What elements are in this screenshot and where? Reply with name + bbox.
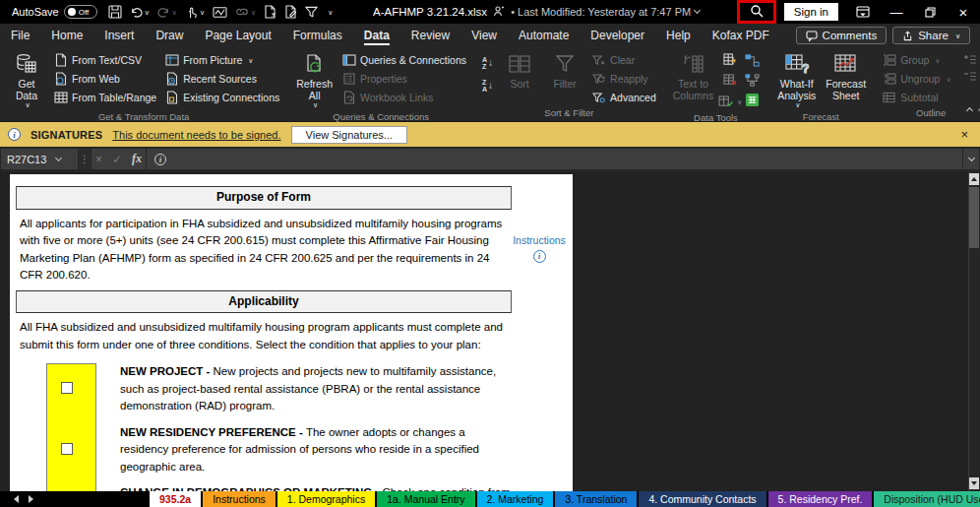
comments-button[interactable]: Comments — [796, 27, 888, 44]
tab-draw[interactable]: Draw — [145, 26, 194, 46]
sheet-nav-left-icon[interactable] — [14, 495, 19, 503]
share-button[interactable]: Share ∨ — [892, 27, 970, 44]
tab-developer[interactable]: Developer — [580, 26, 655, 46]
scroll-up-icon[interactable] — [969, 173, 979, 185]
tab-file[interactable]: File — [0, 26, 40, 46]
signatures-message-link[interactable]: This document needs to be signed. — [112, 129, 280, 141]
minimize-button[interactable]: — — [880, 0, 913, 24]
get-data-button[interactable]: Get Data∨ — [5, 50, 48, 110]
formula-bar-handle[interactable]: ⋮ — [79, 149, 91, 169]
tab-formulas[interactable]: Formulas — [282, 26, 353, 46]
title-bar: AutoSave Off ∨ ∨ ∨ — [0, 0, 980, 24]
sheet-tab-instructions[interactable]: Instructions — [203, 491, 276, 507]
touch-dropdown-icon[interactable]: ∨ — [200, 9, 205, 16]
tab-review[interactable]: Review — [400, 26, 460, 46]
search-icon[interactable] — [750, 4, 764, 20]
document-filename: A-AFHMP 3.21.24.xlsx — [373, 6, 487, 18]
qat-overflow-icon[interactable]: ∨ — [323, 7, 336, 18]
undo-dropdown-icon[interactable]: ∨ — [145, 9, 150, 16]
tab-data[interactable]: Data — [353, 26, 400, 46]
name-box-dropdown-icon[interactable] — [55, 154, 62, 160]
sheet-tab-marketing[interactable]: 2. Marketing — [477, 491, 554, 507]
sheet-tab-community-contacts[interactable]: 4. Community Contacts — [639, 491, 766, 507]
sheet-tab-935-2a[interactable]: 935.2a — [150, 491, 201, 507]
from-table-range-button[interactable]: From Table/Range — [50, 89, 159, 106]
close-button[interactable]: × — [947, 0, 980, 24]
autosave-switch-icon[interactable]: Off — [64, 5, 97, 19]
sheet-nav-right-icon[interactable] — [29, 495, 33, 503]
tab-insert[interactable]: Insert — [93, 26, 145, 46]
tab-page-layout[interactable]: Page Layout — [194, 26, 281, 46]
remove-duplicates-icon[interactable] — [723, 73, 738, 91]
undo-button[interactable]: ∨ — [127, 4, 153, 21]
sheet-tab-residency-pref[interactable]: 5. Residency Pref. — [768, 491, 873, 507]
sheet-tab-translation[interactable]: 3. Translation — [555, 491, 637, 507]
data-validation-icon[interactable]: ∨ — [718, 95, 742, 108]
new-residency-preference-checkbox[interactable] — [61, 443, 73, 455]
flash-fill-icon[interactable] — [723, 53, 738, 72]
delete-sheet-icon[interactable] — [261, 3, 279, 21]
save-icon[interactable] — [105, 3, 125, 21]
existing-connections-button[interactable]: Existing Connections — [161, 89, 282, 106]
formula-input[interactable]: i — [147, 149, 962, 169]
forecast-sheet-button[interactable]: Forecast Sheet — [823, 50, 869, 103]
name-box[interactable]: R27C13 — [1, 149, 78, 169]
scroll-down-icon[interactable] — [969, 477, 979, 489]
condition-new-residency-preference: NEW RESIDENCY PREFERENCE - The owner ado… — [120, 424, 516, 476]
edit-sheet-icon[interactable] — [281, 3, 300, 21]
from-text-csv-button[interactable]: From Text/CSV — [50, 51, 159, 69]
collapse-ribbon-icon[interactable] — [967, 99, 972, 117]
sort-ascending-button[interactable]: AZ↓ — [479, 54, 496, 71]
autosave-toggle[interactable]: AutoSave Off — [0, 5, 105, 19]
vertical-scrollbar-thumb[interactable] — [969, 187, 979, 248]
group-label-sort-filter: Sort & Filter — [474, 106, 664, 121]
formula-bar: R27C13 ⋮ × ✓ fx i — [0, 147, 980, 172]
svg-text:?: ? — [802, 62, 809, 76]
group-sort-filter: AZ↓ ZA↓ Sort Filter — [474, 47, 664, 121]
signatures-close-icon[interactable]: × — [956, 127, 972, 142]
recent-sources-button[interactable]: Recent Sources — [161, 70, 282, 88]
sheet-tab-manual-entry[interactable]: 1a. Manual Entry — [377, 491, 474, 507]
new-project-checkbox[interactable] — [61, 382, 73, 394]
sort-descending-button[interactable]: ZA↓ — [479, 77, 496, 94]
tab-view[interactable]: View — [460, 26, 508, 46]
filter-button: Filter — [543, 50, 586, 92]
group-outline: Group ∨ Ungroup ∨ Subtotal — [874, 47, 980, 121]
vertical-scrollbar[interactable] — [968, 172, 980, 491]
excel-window: AutoSave Off ∨ ∨ ∨ — [0, 0, 980, 507]
refresh-all-button[interactable]: Refresh All∨ — [292, 50, 337, 110]
from-picture-button[interactable]: From Picture ∨ — [161, 51, 282, 69]
sheet-tab-disposition[interactable]: Disposition (HUD Use Only) — [874, 491, 980, 507]
sheet-tab-demographics[interactable]: 1. Demographics — [277, 491, 375, 507]
last-modified[interactable]: • Last Modified: Yesterday at 7:47 PM — [511, 6, 700, 18]
ribbon-display-options-icon[interactable] — [846, 0, 880, 24]
tab-kofax-pdf[interactable]: Kofax PDF — [702, 26, 780, 46]
purpose-of-form-heading: Purpose of Form — [16, 186, 512, 210]
from-web-button[interactable]: From Web — [50, 70, 159, 88]
touch-mode-button[interactable]: ∨ — [182, 4, 208, 21]
sign-in-button[interactable]: Sign in — [784, 3, 838, 21]
filter-icon[interactable] — [302, 4, 321, 20]
instructions-info-icon[interactable]: i — [533, 250, 546, 263]
what-if-analysis-button[interactable]: ? What-If Analysis∨ — [772, 50, 821, 110]
advanced-filter-button[interactable]: Advanced — [588, 89, 659, 106]
show-detail-icon — [960, 53, 980, 65]
tab-home[interactable]: Home — [40, 26, 93, 46]
signature-line-icon[interactable] — [210, 4, 230, 21]
instructions-link[interactable]: Instructions i — [509, 233, 570, 263]
data-model-icon[interactable] — [745, 93, 760, 111]
confirm-entry-icon: ✓ — [112, 153, 122, 166]
view-signatures-button[interactable]: View Signatures... — [291, 126, 407, 144]
tab-help[interactable]: Help — [655, 26, 702, 46]
reapply-filter-button: Reapply — [588, 70, 659, 88]
expand-formula-bar-icon[interactable] — [963, 149, 979, 169]
tab-automate[interactable]: Automate — [508, 26, 580, 46]
queries-connections-button[interactable]: Queries & Connections — [338, 51, 469, 69]
insert-function-icon[interactable]: fx — [132, 152, 142, 166]
consolidate-icon[interactable] — [745, 73, 760, 91]
relationships-icon[interactable] — [745, 53, 760, 71]
group-label-queries: Queries & Connections — [287, 110, 474, 125]
restore-button[interactable] — [913, 0, 947, 24]
forecast-sheet-icon — [833, 52, 859, 76]
redo-button: ∨ — [154, 4, 180, 21]
